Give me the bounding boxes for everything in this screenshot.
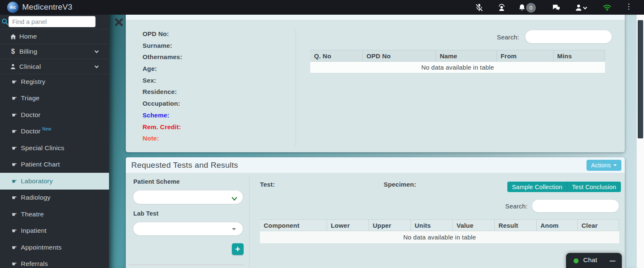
test-label: Test: xyxy=(260,181,275,188)
sidebar-subitem[interactable]: ☛ Theatre xyxy=(0,206,109,223)
sidebar-item-label: Billing xyxy=(19,48,37,55)
page-scrollbar-thumb[interactable] xyxy=(638,20,643,138)
hand-point-icon: ☛ xyxy=(12,78,17,85)
patient-field-label: Othernames: xyxy=(143,53,182,65)
results-column-header[interactable]: Clear xyxy=(578,220,619,231)
support-agent-icon[interactable] xyxy=(496,3,506,13)
results-table-header: Component Lower Upper Units Value Result… xyxy=(260,219,619,231)
sidebar-subitem-label: Registry xyxy=(21,78,45,86)
sidebar-subitem[interactable]: ☛ Appointments xyxy=(0,239,109,256)
chat-widget[interactable]: Chat xyxy=(566,253,622,268)
patient-field-label: Sex: xyxy=(143,77,182,88)
patient-field-label: Surname: xyxy=(143,42,182,54)
queue-search-input[interactable] xyxy=(525,30,612,44)
patient-fields: OPD No: Surname: Othernames: Age: Sex: xyxy=(143,30,182,146)
sidebar-subitem-label: Radiology xyxy=(21,194,51,201)
field-label-text: Sex: xyxy=(143,77,156,84)
sidebar-subitem[interactable]: ☛ Inpatient xyxy=(0,223,109,239)
minimize-icon[interactable] xyxy=(610,260,615,262)
sidebar-subitem[interactable]: ☛ Radiology xyxy=(0,190,109,206)
sidebar-subitem[interactable]: ☛ Laboratory xyxy=(0,173,109,190)
sidebar-subitem-label: Referrals xyxy=(21,260,48,268)
messages-icon[interactable] xyxy=(551,3,561,13)
queue-column-header[interactable]: Mins xyxy=(553,50,605,61)
patients-details-panel: Patients Details (click here to hide) OP… xyxy=(126,3,625,152)
patient-scheme-select[interactable] xyxy=(133,190,243,204)
lab-test-select[interactable] xyxy=(133,222,243,236)
sidebar-item-label: Clinical xyxy=(19,63,41,70)
sidebar-subitem-label: Doctor xyxy=(21,111,41,119)
sidebar-item-billing[interactable]: $ Billing xyxy=(0,44,109,59)
sidebar-subitem[interactable]: ☛ Doctor New xyxy=(0,123,109,140)
actions-button-label: Actions xyxy=(591,162,611,169)
panel-title: Requested Tests and Results xyxy=(131,161,238,170)
user-menu-chevron-icon[interactable] xyxy=(583,5,587,10)
patient-field-label: OPD No: xyxy=(143,30,182,42)
patient-field-label: Occupation: xyxy=(143,100,182,112)
sidebar-subitem[interactable]: ☛ Doctor xyxy=(0,107,109,123)
queue-search-label: Search: xyxy=(497,34,519,41)
hand-point-icon: ☛ xyxy=(12,194,17,201)
brand-logo[interactable]: mc xyxy=(7,2,18,13)
chevron-down-icon xyxy=(95,49,99,53)
top-navbar: mc MedicentreV3 0 xyxy=(0,0,644,15)
home-icon xyxy=(8,33,18,40)
dollar-icon: $ xyxy=(8,48,18,55)
wifi-status-icon[interactable] xyxy=(602,3,612,13)
lab-test-label: Lab Test xyxy=(133,210,158,217)
sidebar-subitem[interactable]: ☛ Special Clinics xyxy=(0,140,109,156)
test-conclusion-button[interactable]: Test Conclusion xyxy=(567,182,621,192)
queue-table-header: Q. No OPD No Name From Mins xyxy=(310,50,605,62)
results-column-header[interactable]: Units xyxy=(411,220,453,231)
panel-search-input[interactable] xyxy=(8,16,96,27)
sample-collection-button[interactable]: Sample Collection xyxy=(507,182,567,192)
user-account-icon[interactable] xyxy=(574,3,584,13)
patient-field-label: Age: xyxy=(143,65,182,77)
queue-column-header[interactable]: Name xyxy=(436,50,497,61)
queue-column-header[interactable]: OPD No xyxy=(363,50,436,61)
results-column-header[interactable]: Lower xyxy=(327,220,369,231)
sidebar-subitem[interactable]: ☛ Triage xyxy=(0,90,109,107)
results-column-header[interactable]: Component xyxy=(260,220,327,231)
sidebar-item-home[interactable]: Home xyxy=(0,29,109,44)
results-search-input[interactable] xyxy=(532,199,619,213)
results-empty-row: No data available in table xyxy=(260,231,619,243)
requested-tests-panel: Requested Tests and Results Actions Pati… xyxy=(126,157,625,268)
sidebar-subitem[interactable]: ☛ Referrals xyxy=(0,256,109,268)
field-label-text: Scheme: xyxy=(143,112,169,119)
hand-point-icon: ☛ xyxy=(12,178,17,185)
page-scrollbar-track[interactable] xyxy=(636,15,644,268)
patient-field-label: Residence: xyxy=(143,88,182,100)
search-icon xyxy=(1,18,9,27)
sidebar-item-label: Home xyxy=(19,33,37,40)
results-column-header[interactable]: Anom xyxy=(537,220,578,231)
sidebar-subitem-label: Patient Chart xyxy=(21,161,60,168)
results-column-header[interactable]: Value xyxy=(453,220,495,231)
caret-down-icon xyxy=(613,164,617,166)
queue-column-header[interactable]: From xyxy=(497,50,553,61)
patient-scheme-label: Patient Scheme xyxy=(133,178,180,185)
requested-tests-header: Requested Tests and Results Actions xyxy=(126,157,625,173)
chat-label: Chat xyxy=(583,256,597,264)
notifications-bell-icon[interactable] xyxy=(517,3,527,13)
brand-title[interactable]: MedicentreV3 xyxy=(22,0,73,15)
close-icon[interactable] xyxy=(114,17,123,26)
hand-point-icon: ☛ xyxy=(12,95,17,101)
microphone-muted-icon[interactable] xyxy=(474,3,484,13)
notification-count-badge[interactable]: 0 xyxy=(526,3,536,13)
queue-empty-row: No data available in table xyxy=(310,62,605,73)
results-column-header[interactable]: Upper xyxy=(369,220,411,231)
field-label-text: OPD No: xyxy=(143,30,169,37)
add-test-button[interactable]: + xyxy=(232,243,244,255)
online-status-dot xyxy=(574,258,579,263)
actions-button[interactable]: Actions xyxy=(587,160,621,171)
sidebar-subitem[interactable]: ☛ Registry xyxy=(0,73,109,90)
overflow-menu-icon[interactable]: ⋮ xyxy=(625,2,632,10)
results-column-header[interactable]: Result xyxy=(495,220,537,231)
sidebar-subitem-label: Theatre xyxy=(21,211,44,218)
sidebar-subitem-label: Inpatient xyxy=(21,227,47,234)
queue-column-header[interactable]: Q. No xyxy=(310,50,363,61)
sidebar-subitem[interactable]: ☛ Patient Chart xyxy=(0,156,109,173)
sidebar-subitem-label: Triage xyxy=(21,94,40,102)
sidebar-item-clinical[interactable]: Clinical xyxy=(0,59,109,74)
